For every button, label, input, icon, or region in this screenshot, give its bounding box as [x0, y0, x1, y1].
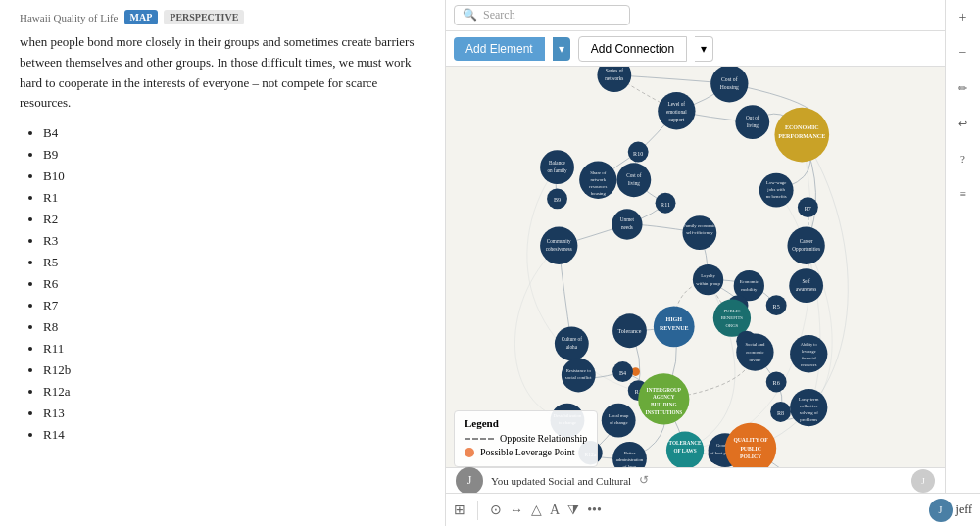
zoom-out-button[interactable]: −	[950, 39, 977, 67]
svg-text:living: living	[747, 122, 760, 128]
svg-text:leverage: leverage	[802, 349, 816, 354]
svg-text:Resistance to: Resistance to	[566, 368, 592, 373]
left-panel: Hawaii Quality of Life MAP PERSPECTIVE w…	[0, 0, 446, 526]
settings-button[interactable]: ≡	[950, 180, 977, 208]
svg-text:HIGH: HIGH	[665, 316, 682, 322]
svg-text:PUBLIC: PUBLIC	[723, 309, 740, 313]
tool-arrows-icon[interactable]: ↔	[510, 502, 523, 518]
refresh-icon[interactable]: ↺	[639, 473, 649, 488]
legend-leverage: Possible Leverage Point	[465, 447, 587, 457]
leverage-dot-icon	[465, 448, 474, 457]
svg-text:Loyalty: Loyalty	[701, 273, 715, 278]
items-list: B4B9B10R1R2R3R5R6R7R8R11R12bR12aR13R14	[20, 125, 425, 443]
diagram-svg: ECONOMIC PERFORMANCE Cost of Housing Out…	[446, 67, 945, 467]
list-item: R12b	[43, 362, 425, 378]
list-item: B4	[43, 125, 425, 141]
svg-text:Share of: Share of	[590, 170, 606, 175]
svg-text:Balance: Balance	[549, 160, 565, 166]
tool-filter-icon[interactable]: ⧩	[567, 502, 579, 518]
right-icons-panel: + − ✏ ↩ ? ≡	[945, 0, 980, 526]
svg-text:ECONOMIC: ECONOMIC	[785, 124, 819, 130]
svg-text:cohesiveness: cohesiveness	[546, 246, 572, 252]
svg-text:INSTITUTIONS: INSTITUTIONS	[645, 409, 682, 415]
svg-text:R10: R10	[633, 151, 643, 157]
svg-text:Level of: Level of	[668, 101, 686, 107]
tool-triangle-icon[interactable]: △	[531, 502, 542, 518]
svg-text:Series of: Series of	[606, 68, 624, 73]
tool-icons: ⊙ ↔ △ A ⧩ •••	[490, 502, 602, 518]
perspective-badge[interactable]: PERSPECTIVE	[164, 10, 244, 24]
svg-text:ORGS: ORGS	[726, 323, 739, 328]
add-element-caret[interactable]: ▾	[553, 37, 570, 61]
list-item: R14	[43, 427, 425, 443]
svg-text:Low-wage: Low-wage	[766, 180, 786, 185]
svg-text:Culture of: Culture of	[562, 336, 583, 342]
top-toolbar: 🔍 Search	[446, 0, 980, 31]
list-item: R1	[43, 190, 425, 206]
svg-text:awareness: awareness	[796, 286, 816, 292]
svg-text:no benefits: no benefits	[766, 194, 787, 199]
svg-text:PERFORMANCE: PERFORMANCE	[778, 133, 825, 139]
svg-text:Social and: Social and	[745, 342, 765, 347]
map-badge[interactable]: MAP	[124, 10, 159, 24]
user-name: jeff	[956, 502, 972, 517]
bottom-toolbar: ⊞ ⊙ ↔ △ A ⧩ ••• J jeff	[446, 493, 980, 526]
list-item: R11	[43, 341, 425, 357]
status-text: You updated Social and Cultural	[491, 475, 631, 487]
svg-text:Local map: Local map	[609, 413, 629, 418]
svg-text:resources: resources	[589, 184, 607, 189]
svg-text:financial: financial	[802, 356, 817, 360]
tool-circle-icon[interactable]: ⊙	[490, 502, 502, 518]
svg-text:problems: problems	[800, 417, 817, 422]
svg-text:Community: Community	[547, 238, 571, 244]
svg-text:mobility: mobility	[741, 287, 758, 292]
svg-text:B9: B9	[554, 197, 561, 203]
add-element-button[interactable]: Add Element	[454, 37, 545, 61]
grid-icon[interactable]: ⊞	[454, 502, 466, 518]
legend: Legend Opposite Relationship Possible Le…	[454, 410, 598, 467]
legend-opposite: Opposite Relationship	[465, 433, 587, 444]
svg-text:PUBLIC: PUBLIC	[740, 446, 760, 452]
legend-opposite-label: Opposite Relationship	[500, 433, 587, 444]
svg-text:BUILDING: BUILDING	[651, 402, 676, 407]
svg-text:jobs with: jobs with	[766, 187, 785, 192]
svg-text:Long-term: Long-term	[799, 397, 819, 402]
svg-text:Family economic: Family economic	[683, 223, 715, 228]
svg-text:solving of: solving of	[800, 410, 819, 415]
svg-text:emotional: emotional	[666, 109, 687, 115]
search-input[interactable]: Search	[483, 8, 515, 23]
edit-icon-button[interactable]: ✏	[950, 74, 977, 102]
svg-text:POLICY: POLICY	[740, 454, 761, 459]
svg-text:B4: B4	[619, 370, 626, 376]
help-button[interactable]: ?	[950, 145, 977, 172]
user-avatar: J	[929, 499, 953, 522]
user-badge[interactable]: J jeff	[929, 499, 972, 522]
legend-title: Legend	[465, 417, 587, 429]
svg-text:R8: R8	[777, 410, 784, 416]
svg-text:R11: R11	[661, 202, 670, 208]
svg-text:housing: housing	[591, 191, 607, 196]
add-connection-button[interactable]: Add Connection	[578, 36, 687, 62]
zoom-in-button[interactable]: +	[950, 4, 977, 31]
list-item: B9	[43, 147, 425, 163]
svg-text:collective: collective	[800, 404, 818, 408]
svg-text:Housing: Housing	[720, 84, 739, 90]
svg-text:self-efficiency: self-efficiency	[686, 230, 713, 235]
svg-text:social conflict: social conflict	[565, 375, 593, 380]
add-connection-caret[interactable]: ▾	[695, 36, 713, 62]
legend-leverage-label: Possible Leverage Point	[480, 447, 575, 457]
node-loyalty[interactable]	[693, 264, 723, 295]
tool-text-icon[interactable]: A	[550, 502, 560, 518]
list-item: R6	[43, 276, 425, 292]
tool-more-icon[interactable]: •••	[587, 502, 602, 518]
body-text: when people bond more closely in their g…	[20, 32, 425, 114]
right-panel: 🔍 Search + − ✏ ↩ ? ≡ Add Element ▾ Add C…	[446, 0, 980, 526]
svg-text:network: network	[590, 177, 606, 182]
search-box[interactable]: 🔍 Search	[454, 5, 630, 25]
svg-text:AGENCY: AGENCY	[653, 394, 675, 400]
undo-button[interactable]: ↩	[950, 110, 977, 137]
status-bar: J You updated Social and Cultural ↺ J	[446, 467, 945, 493]
svg-text:Unmet: Unmet	[620, 216, 635, 222]
diagram-canvas[interactable]: ECONOMIC PERFORMANCE Cost of Housing Out…	[446, 67, 945, 467]
top-bar: Hawaii Quality of Life MAP PERSPECTIVE	[20, 10, 425, 24]
